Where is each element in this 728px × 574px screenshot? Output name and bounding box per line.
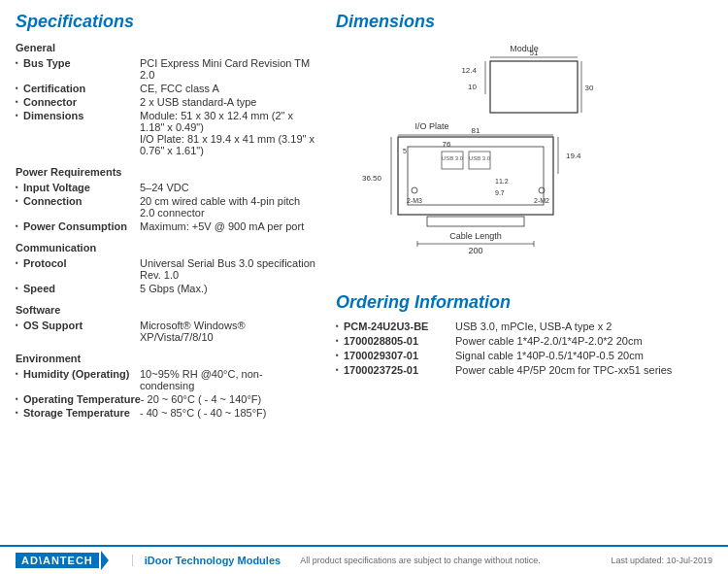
software-heading: Software (16, 304, 316, 316)
spec-val: PCI Express Mini Card Revision TM 2.0 (140, 57, 316, 81)
svg-text:81: 81 (472, 126, 480, 135)
spec-val: - 20 ~ 60°C ( - 4 ~ 140°F) (141, 393, 261, 405)
logo-container: AD\ANTECH (16, 551, 116, 570)
order-val: Power cable 1*4P-2.0/1*4P-2.0*2 20cm (455, 335, 643, 347)
svg-rect-29 (427, 217, 524, 226)
ordering-item: 1700028805-01 Power cable 1*4P-2.0/1*4P-… (336, 335, 712, 347)
svg-text:11.2: 11.2 (495, 178, 509, 185)
spec-val: 5–24 VDC (140, 182, 189, 193)
list-item: Protocol Universal Serial Bus 3.0 specif… (16, 257, 316, 281)
spec-val: 10~95% RH @40°C, non-condensing (140, 368, 316, 391)
list-item: Power Consumption Maximum: +5V @ 900 mA … (16, 220, 316, 232)
logo-triangle-icon (101, 551, 109, 570)
svg-text:30: 30 (585, 84, 594, 92)
svg-rect-2 (490, 61, 578, 113)
spec-key: Humidity (Operating) (23, 368, 140, 391)
ordering-section: Ordering Information PCM-24U2U3-BE USB 3… (336, 292, 712, 376)
list-item: Operating Temperature - 20 ~ 60°C ( - 4 … (16, 393, 316, 405)
spec-val: 2 x USB standard-A type (140, 96, 256, 108)
comm-list: Protocol Universal Serial Bus 3.0 specif… (16, 257, 316, 294)
ordering-list: PCM-24U2U3-BE USB 3.0, mPCIe, USB-A type… (336, 321, 712, 376)
spec-val: CE, FCC class A (140, 83, 219, 94)
svg-text:51: 51 (530, 49, 539, 57)
spec-val: - 40 ~ 85°C ( - 40 ~ 185°F) (140, 407, 266, 419)
left-column: Specifications General Bus Type PCI Expr… (16, 12, 316, 421)
svg-text:200: 200 (468, 246, 482, 255)
ordering-item: 1700023725-01 Power cable 4P/5P 20cm for… (336, 364, 712, 376)
spec-key: Speed (23, 283, 140, 294)
spec-key: Protocol (23, 257, 140, 281)
spec-val: 20 cm wired cable with 4-pin pitch 2.0 c… (140, 195, 316, 219)
list-item: Humidity (Operating) 10~95% RH @40°C, no… (16, 368, 316, 391)
order-key: 1700023725-01 (344, 364, 455, 376)
dimensions-title: Dimensions (336, 12, 712, 32)
general-list: Bus Type PCI Express Mini Card Revision … (16, 57, 316, 156)
ordering-title: Ordering Information (336, 292, 712, 313)
spec-key: Power Consumption (23, 220, 140, 232)
order-key: 1700028805-01 (344, 335, 455, 347)
svg-text:76: 76 (443, 140, 451, 149)
spec-val: Microsoft® Windows® XP/Vista/7/8/10 (140, 320, 316, 343)
svg-text:12.4: 12.4 (461, 66, 477, 75)
order-val: Power cable 4P/5P 20cm for TPC-xx51 seri… (455, 364, 672, 376)
svg-text:USB 3.0: USB 3.0 (442, 155, 464, 161)
spec-key: Bus Type (23, 57, 140, 81)
io-plate-label: I/O Plate (414, 121, 448, 131)
svg-text:2-M2: 2-M2 (534, 197, 549, 204)
footer-date: Last updated: 10-Jul-2019 (611, 556, 712, 565)
order-key: PCM-24U2U3-BE (344, 321, 455, 332)
svg-point-18 (412, 187, 417, 193)
svg-text:9.7: 9.7 (495, 189, 505, 196)
spec-val: Maximum: +5V @ 900 mA per port (140, 220, 304, 232)
right-column: Dimensions Module 51 30 12.4 10 (336, 12, 712, 421)
list-item: Bus Type PCI Express Mini Card Revision … (16, 57, 316, 81)
list-item: Connector 2 x USB standard-A type (16, 96, 316, 108)
list-item: Dimensions Module: 51 x 30 x 12.4 mm (2"… (16, 110, 316, 156)
footer-tagline: iDoor Technology Modules (132, 555, 281, 566)
env-heading: Environment (16, 353, 316, 364)
env-list: Humidity (Operating) 10~95% RH @40°C, no… (16, 368, 316, 419)
order-val: Signal cable 1*40P-0.5/1*40P-0.5 20cm (455, 350, 644, 361)
spec-val: 5 Gbps (Max.) (140, 283, 208, 294)
spec-key: Connector (23, 96, 140, 108)
spec-key: Storage Temperature (23, 407, 140, 419)
logo-text: AD\ANTECH (16, 553, 99, 568)
spec-key: Operating Temperature (23, 393, 141, 405)
comm-heading: Communication (16, 242, 316, 253)
svg-text:10: 10 (468, 83, 477, 91)
power-list: Input Voltage 5–24 VDC Connection 20 cm … (16, 182, 316, 232)
spec-key: Connection (23, 195, 140, 219)
svg-text:2-M3: 2-M3 (407, 197, 422, 204)
spec-key: Certification (23, 83, 140, 94)
general-heading: General (16, 42, 316, 53)
spec-val: Module: 51 x 30 x 12.4 mm (2" x 1.18" x … (140, 110, 316, 156)
svg-text:5: 5 (403, 148, 407, 154)
list-item: Connection 20 cm wired cable with 4-pin … (16, 195, 316, 219)
list-item: Certification CE, FCC class A (16, 83, 316, 94)
svg-text:36.50: 36.50 (362, 174, 382, 183)
dimensions-diagram: Module 51 30 12.4 10 I/O Plate (336, 40, 712, 273)
spec-key: OS Support (23, 320, 140, 343)
svg-text:19.4: 19.4 (566, 152, 581, 160)
cable-length-label: Cable Length (449, 231, 502, 241)
order-val: USB 3.0, mPCIe, USB-A type x 2 (455, 321, 612, 332)
specs-title: Specifications (16, 12, 316, 32)
dimensions-svg: Module 51 30 12.4 10 I/O Plate (345, 40, 704, 273)
ordering-item: PCM-24U2U3-BE USB 3.0, mPCIe, USB-A type… (336, 321, 712, 332)
power-heading: Power Requirements (16, 166, 316, 178)
footer: AD\ANTECH iDoor Technology Modules All p… (0, 545, 728, 574)
spec-key: Input Voltage (23, 182, 140, 193)
spec-key: Dimensions (23, 110, 140, 156)
software-list: OS Support Microsoft® Windows® XP/Vista/… (16, 320, 316, 343)
order-key: 1700029307-01 (344, 350, 455, 361)
list-item: Speed 5 Gbps (Max.) (16, 283, 316, 294)
footer-disclaimer: All product specifications are subject t… (300, 556, 611, 565)
ordering-item: 1700029307-01 Signal cable 1*40P-0.5/1*4… (336, 350, 712, 361)
svg-text:USB 3.0: USB 3.0 (469, 155, 491, 161)
list-item: OS Support Microsoft® Windows® XP/Vista/… (16, 320, 316, 343)
spec-val: Universal Serial Bus 3.0 specification R… (140, 257, 316, 281)
list-item: Input Voltage 5–24 VDC (16, 182, 316, 193)
list-item: Storage Temperature - 40 ~ 85°C ( - 40 ~… (16, 407, 316, 419)
